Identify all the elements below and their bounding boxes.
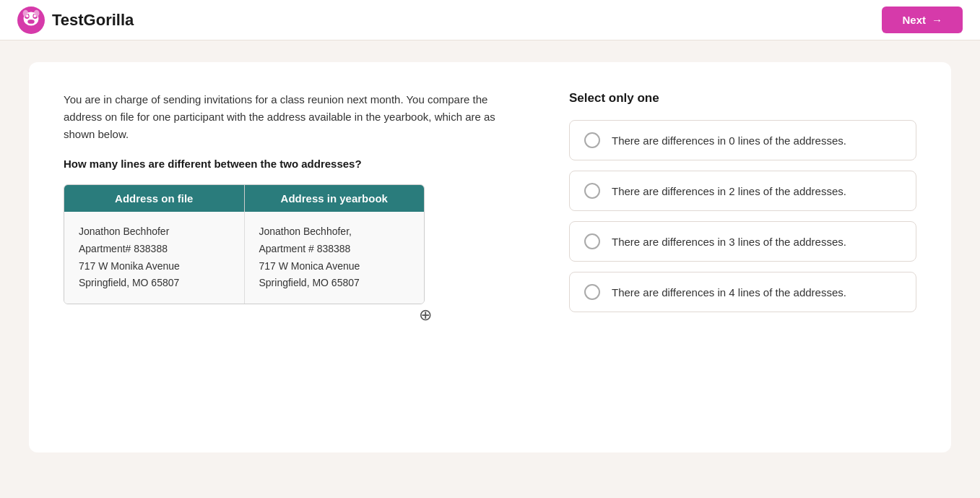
table-body-row: Jonathon Bechhofer Apartment# 838388 717… xyxy=(64,212,424,304)
zoom-icon[interactable]: ⊕ xyxy=(419,306,432,325)
option-3-lines[interactable]: There are differences in 3 lines of the … xyxy=(569,221,916,262)
logo-area: TestGorilla xyxy=(17,7,134,34)
question-paragraph: You are in charge of sending invitations… xyxy=(64,91,526,143)
next-button[interactable]: Next → xyxy=(882,7,963,33)
left-panel: You are in charge of sending invitations… xyxy=(64,91,526,424)
option-0-lines[interactable]: There are differences in 0 lines of the … xyxy=(569,120,916,160)
option-2-lines[interactable]: There are differences in 2 lines of the … xyxy=(569,171,916,211)
app-header: TestGorilla Next → xyxy=(0,0,980,40)
question-bold: How many lines are different between the… xyxy=(64,158,526,170)
address-yearbook-line2: Apartment # 838388 xyxy=(259,241,410,258)
address-table: Address on file Address in yearbook Jona… xyxy=(64,184,425,304)
address-on-file-line3: 717 W Monika Avenue xyxy=(79,258,230,275)
col-body-on-file: Jonathon Bechhofer Apartment# 838388 717… xyxy=(64,212,245,304)
address-on-file-line1: Jonathon Bechhofer xyxy=(79,223,230,241)
option-4-lines[interactable]: There are differences in 4 lines of the … xyxy=(569,272,916,312)
col-body-yearbook: Jonathon Bechhofer, Apartment # 838388 7… xyxy=(245,212,425,304)
main-content: You are in charge of sending invitations… xyxy=(0,40,980,474)
address-on-file-line4: Springfield, MO 65807 xyxy=(79,275,230,292)
option-4-text: There are differences in 4 lines of the … xyxy=(612,286,846,299)
radio-2[interactable] xyxy=(584,183,600,199)
logo-text: TestGorilla xyxy=(52,11,134,30)
col-header-yearbook: Address in yearbook xyxy=(245,185,425,212)
select-label: Select only one xyxy=(569,91,916,106)
address-on-file-line2: Apartment# 838388 xyxy=(79,241,230,258)
col-header-on-file: Address on file xyxy=(64,185,245,212)
radio-0[interactable] xyxy=(584,132,600,148)
radio-3[interactable] xyxy=(584,233,600,249)
table-header-row: Address on file Address in yearbook xyxy=(64,185,424,212)
svg-point-8 xyxy=(34,9,40,17)
address-yearbook-line3: 717 W Monica Avenue xyxy=(259,258,410,275)
right-panel: Select only one There are differences in… xyxy=(569,91,916,424)
testgorilla-logo-icon xyxy=(17,7,45,34)
address-table-wrapper: Address on file Address in yearbook Jona… xyxy=(64,184,425,304)
question-card: You are in charge of sending invitations… xyxy=(29,62,951,452)
svg-point-7 xyxy=(23,9,29,17)
option-0-text: There are differences in 0 lines of the … xyxy=(612,134,846,147)
option-3-text: There are differences in 3 lines of the … xyxy=(612,236,846,248)
address-yearbook-line4: Springfield, MO 65807 xyxy=(259,275,410,292)
address-yearbook-line1: Jonathon Bechhofer, xyxy=(259,223,410,241)
next-arrow-icon: → xyxy=(932,14,942,26)
svg-point-6 xyxy=(27,20,35,24)
option-2-text: There are differences in 2 lines of the … xyxy=(612,185,846,197)
radio-4[interactable] xyxy=(584,284,600,300)
